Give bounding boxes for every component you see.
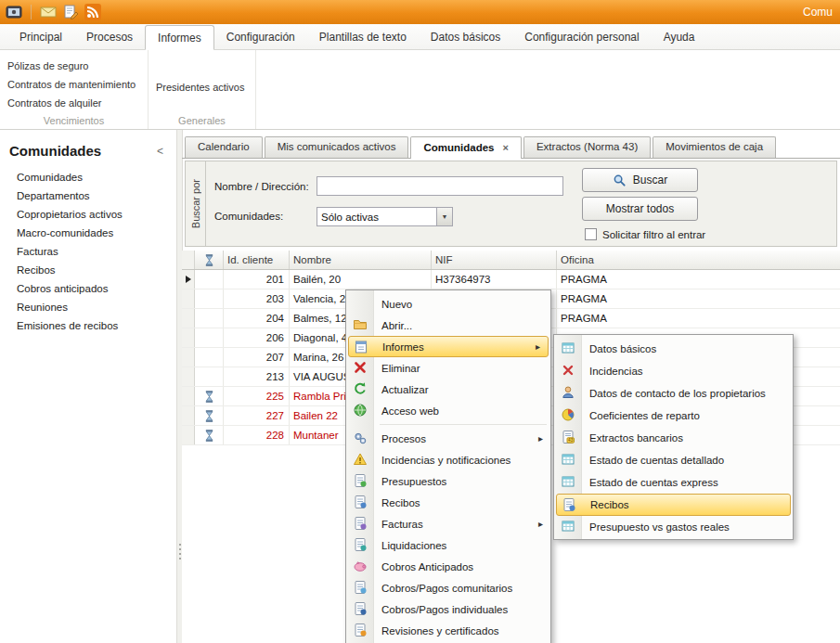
header-id-cliente[interactable]: Id. cliente (224, 251, 290, 269)
submenu-item-incidencias[interactable]: Incidencias (554, 360, 793, 382)
sidebar-item-departamentos[interactable]: Departamentos (0, 186, 176, 205)
globe-icon (353, 403, 368, 418)
name-direccion-input[interactable] (317, 176, 563, 196)
menu-item-revisiones-y-certificados[interactable]: Revisiones y certificados (346, 620, 550, 641)
row-status-cell (195, 406, 224, 425)
menu-item-cobros-pagos-comunitarios[interactable]: Cobros/Pagos comunitarios (346, 577, 550, 598)
submenu-item-estado-de-cuentas-detallado[interactable]: Estado de cuentas detallado (554, 449, 793, 471)
tab-movimientos-de-caja[interactable]: Movimientos de caja (653, 136, 776, 158)
sidebar-item-comunidades[interactable]: Comunidades (0, 168, 176, 186)
menubar-tab-plantillas-de-texto[interactable]: Plantillas de texto (307, 25, 419, 49)
mostrar-todos-button[interactable]: Mostrar todos (582, 197, 698, 221)
ribbon-group-label-vencimientos: Vencimientos (0, 115, 148, 129)
menu-item-cobros-pagos-individuales[interactable]: Cobros/Pagos individuales (346, 598, 550, 620)
menubar-tab-principal[interactable]: Principal (7, 25, 74, 49)
close-icon[interactable]: × (503, 143, 509, 153)
sidebar-item-reuniones[interactable]: Reuniones (0, 298, 176, 316)
cell-oficina: PRAGMA (557, 270, 840, 289)
row-status-cell (195, 328, 224, 347)
tab-comunidades[interactable]: Comunidades × (410, 136, 521, 159)
sidebar-item-cobros-anticipados[interactable]: Cobros anticipados (0, 279, 176, 298)
row-status-cell (195, 367, 224, 386)
informes-submenu: Datos básicos Incidencias Datos de conta… (553, 334, 794, 540)
menubar-tab-procesos[interactable]: Procesos (74, 25, 145, 49)
tab-mis-comunicados-activos[interactable]: Mis comunicados activos (265, 136, 409, 158)
header-oficina[interactable]: Oficina (557, 251, 840, 269)
menu-item-abrir[interactable]: Abrir... (346, 315, 550, 336)
ribbon-item-presidentes-activos[interactable]: Presidentes activos (149, 78, 255, 96)
menu-item-cobros-anticipados[interactable]: Cobros Anticipados (346, 556, 550, 577)
menu-item-incidencias-y-notificaciones[interactable]: Incidencias y notificaciones (346, 449, 550, 470)
mostrar-todos-button-label: Mostrar todos (606, 202, 674, 215)
submenu-arrow-icon: ▸ (536, 341, 540, 352)
document-icon (353, 623, 368, 637)
camera-icon[interactable] (6, 4, 22, 20)
chevron-down-icon[interactable]: ▼ (436, 208, 452, 225)
report-icon (354, 340, 368, 354)
row-selector-cell (182, 270, 195, 289)
submenu-item-datos-basicos[interactable]: Datos básicos (554, 338, 793, 360)
submenu-item-extractos-bancarios[interactable]: 43 Extractos bancarios (554, 427, 793, 449)
header-nombre[interactable]: Nombre (290, 251, 432, 269)
row-selector-cell (182, 289, 195, 308)
menu-item-nuevo[interactable]: Nuevo (346, 293, 550, 315)
rss-icon[interactable] (84, 4, 101, 20)
submenu-item-presupuesto-vs-gastos-reales[interactable]: Presupuesto vs gastos reales (554, 516, 793, 538)
menu-item-recibos[interactable]: Recibos (346, 492, 550, 513)
cell-id-cliente: 204 (224, 309, 290, 328)
tab-extractos-norma-43[interactable]: Extractos (Norma 43) (523, 136, 651, 158)
header-status-column[interactable] (195, 251, 224, 269)
row-selector-cell (182, 367, 195, 386)
menubar-tab-ayuda[interactable]: Ayuda (652, 25, 707, 49)
piggy-bank-icon (353, 559, 368, 573)
submenu-item-recibos[interactable]: Recibos (556, 494, 791, 516)
folder-icon (353, 317, 368, 332)
menu-item-presupuestos[interactable]: Presupuestos (346, 470, 550, 492)
menu-item-facturas[interactable]: Facturas ▸ (346, 513, 550, 534)
sidebar-item-macro-comunidades[interactable]: Macro-comunidades (0, 224, 176, 242)
document-icon (562, 497, 576, 512)
sidebar-item-copropietarios-activos[interactable]: Copropietarios activos (0, 205, 176, 224)
svg-text:43: 43 (568, 438, 574, 443)
menu-item-informes[interactable]: Informes ▸ (348, 336, 549, 357)
sidebar-item-recibos[interactable]: Recibos (0, 261, 176, 279)
menu-item-procesos[interactable]: Procesos ▸ (346, 428, 550, 449)
hourglass-icon (204, 254, 214, 266)
menu-item-liquidaciones[interactable]: Liquidaciones (346, 534, 550, 556)
submenu-item-coeficientes-de-reparto[interactable]: Coeficientes de reparto (554, 405, 793, 427)
menu-item-eliminar[interactable]: Eliminar (346, 357, 550, 379)
document-icon (353, 537, 368, 552)
table-icon (561, 452, 575, 467)
delete-icon (353, 360, 368, 375)
table-row[interactable]: 201 Bailén, 20 H37364973 PRAGMA (182, 270, 840, 289)
ribbon-item-contratos-de-alquiler[interactable]: Contratos de alquiler (0, 94, 148, 112)
cell-id-cliente: 206 (224, 328, 290, 347)
menubar-tab-informes[interactable]: Informes (145, 25, 214, 50)
menu-item-actualizar[interactable]: Actualizar (346, 379, 550, 400)
menubar-tab-configuracion[interactable]: Configuración (214, 25, 307, 49)
edit-document-icon[interactable] (62, 4, 79, 20)
buscar-button[interactable]: Buscar (582, 168, 698, 192)
sidebar-item-facturas[interactable]: Facturas (0, 242, 176, 261)
menu-item-acceso-web[interactable]: Acceso web (346, 400, 550, 421)
comunidades-filter-dropdown[interactable]: Sólo activas ▼ (317, 207, 453, 226)
cell-nif: H37364973 (432, 270, 557, 289)
ribbon-item-contratos-de-mantenimiento[interactable]: Contratos de mantenimiento (0, 75, 148, 94)
sidebar-title: Comunidades (9, 143, 101, 159)
ribbon-group-vencimientos: Pólizas de seguro Contratos de mantenimi… (0, 50, 149, 129)
sidebar-collapse-icon[interactable]: < (153, 145, 167, 158)
context-menu: Nuevo Abrir... Informes ▸ Eliminar Actua… (345, 289, 551, 643)
menubar-tab-configuracion-personal[interactable]: Configuración personal (512, 25, 651, 49)
cell-oficina: PRAGMA (557, 289, 840, 308)
submenu-item-datos-de-contacto[interactable]: Datos de contacto de los propietarios (554, 382, 793, 405)
name-direccion-label: Nombre / Dirección: (214, 181, 309, 192)
ribbon-item-polizas-de-seguro[interactable]: Pólizas de seguro (0, 57, 148, 75)
menubar-tab-datos-basicos[interactable]: Datos básicos (419, 25, 512, 49)
solicitar-filtro-checkbox[interactable] (585, 228, 597, 240)
tab-calendario[interactable]: Calendario (185, 136, 263, 158)
mail-icon[interactable] (40, 4, 57, 20)
header-nif[interactable]: NIF (432, 251, 557, 269)
row-status-cell (195, 309, 224, 328)
submenu-item-estado-de-cuentas-express[interactable]: Estado de cuentas express (554, 471, 793, 494)
sidebar-item-emisiones-de-recibos[interactable]: Emisiones de recibos (0, 316, 176, 335)
